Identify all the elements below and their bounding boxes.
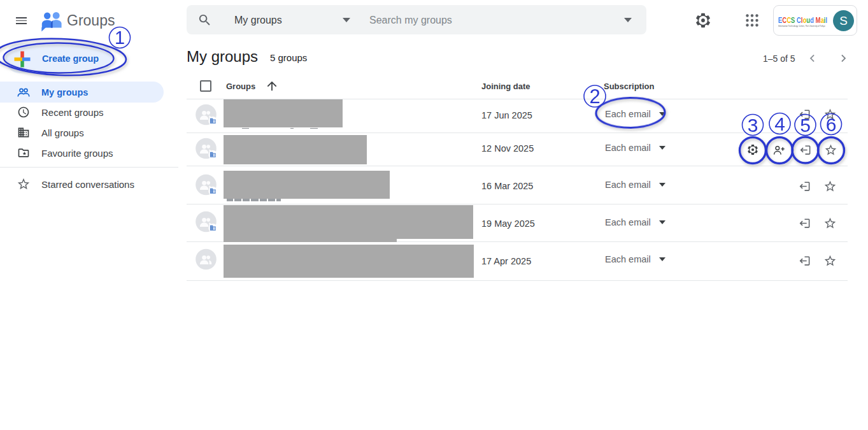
svg-text:2: 2: [589, 85, 600, 108]
svg-text:4: 4: [774, 113, 785, 134]
svg-text:1: 1: [115, 27, 125, 48]
